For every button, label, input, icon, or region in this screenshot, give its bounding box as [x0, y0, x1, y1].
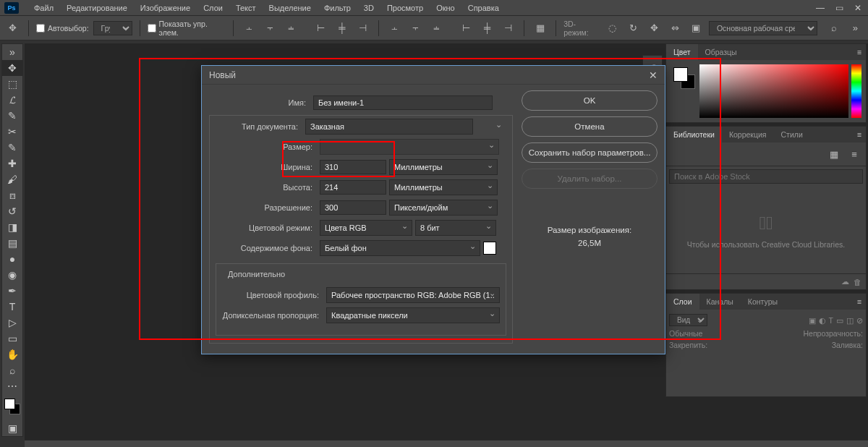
pixel-aspect-select[interactable]: Квадратные пиксели: [326, 307, 500, 323]
bg-color-swatch[interactable]: [483, 242, 496, 255]
stamp-tool[interactable]: ⧈: [2, 187, 22, 203]
save-preset-button[interactable]: Сохранить набор параметров...: [522, 142, 658, 163]
workspace-switcher[interactable]: Основная рабочая среда: [709, 21, 817, 35]
fgbg-mini[interactable]: [671, 64, 697, 118]
align-right-icon[interactable]: ⊣: [354, 20, 371, 37]
dialog-close-icon[interactable]: ✕: [649, 69, 658, 81]
eyedropper-tool[interactable]: ✎: [2, 140, 22, 156]
dodge-tool[interactable]: ◉: [2, 267, 22, 283]
hue-strip[interactable]: [851, 64, 861, 118]
fg-swatch[interactable]: [673, 67, 688, 82]
distribute-bottom-icon[interactable]: ⫨: [428, 20, 445, 37]
cloud-icon[interactable]: ☁: [841, 277, 849, 286]
bit-depth-select[interactable]: 8 бит: [415, 220, 496, 236]
3d-roll-icon[interactable]: ↻: [625, 20, 642, 37]
tab-swatches[interactable]: Образцы: [698, 44, 744, 60]
distribute-top-icon[interactable]: ⫠: [386, 20, 403, 37]
auto-select-target[interactable]: Группа: [93, 21, 132, 35]
panel-menu-icon[interactable]: ≡: [853, 48, 866, 56]
height-input[interactable]: [320, 180, 386, 195]
quick-select-tool[interactable]: ✎: [2, 108, 22, 124]
resolution-input[interactable]: [320, 200, 386, 215]
shape-tool[interactable]: ▭: [2, 331, 22, 346]
move-tool[interactable]: ✥: [2, 60, 22, 76]
auto-align-icon[interactable]: ▦: [532, 20, 548, 37]
marquee-tool[interactable]: ⬚: [2, 76, 22, 92]
profile-select[interactable]: Рабочее пространство RGB: Adobe RGB (1..…: [326, 287, 500, 303]
ok-button[interactable]: OK: [522, 90, 658, 111]
tab-libraries[interactable]: Библиотеки: [666, 127, 722, 142]
trash-icon[interactable]: 🗑: [854, 278, 861, 286]
name-input[interactable]: [313, 95, 493, 110]
align-bottom-icon[interactable]: ⫨: [283, 20, 299, 37]
minimize-icon[interactable]: —: [814, 3, 826, 13]
filter-adjust-icon[interactable]: ◐: [819, 316, 826, 325]
lasso-tool[interactable]: 𝓛: [2, 92, 22, 108]
tab-layers[interactable]: Слои: [666, 294, 699, 310]
menu-filter[interactable]: Фильтр: [318, 4, 357, 12]
distribute-right-icon[interactable]: ⊣: [500, 20, 516, 37]
3d-zoom-icon[interactable]: ▣: [688, 20, 705, 37]
filter-toggle-icon[interactable]: ⊘: [856, 316, 863, 325]
menu-help[interactable]: Справка: [461, 4, 506, 12]
tab-color[interactable]: Цвет: [666, 44, 698, 60]
filter-type-icon[interactable]: T: [829, 316, 833, 325]
filter-smart-icon[interactable]: ◫: [846, 316, 854, 325]
width-input[interactable]: [320, 160, 386, 174]
menu-select[interactable]: Выделение: [263, 4, 318, 12]
crop-tool[interactable]: ✂: [2, 124, 22, 140]
foreground-color-swatch[interactable]: [4, 399, 15, 409]
close-icon[interactable]: ✕: [852, 3, 864, 13]
menu-window[interactable]: Окно: [430, 4, 461, 12]
3d-pan-icon[interactable]: ✥: [646, 20, 663, 37]
saturation-field[interactable]: [699, 64, 848, 118]
chevron-icon[interactable]: »: [2, 44, 22, 60]
edit-toolbar-icon[interactable]: ⋯: [2, 378, 22, 394]
size-select[interactable]: [320, 139, 499, 155]
path-select-tool[interactable]: ▷: [2, 315, 22, 331]
align-top-icon[interactable]: ⫠: [241, 20, 258, 37]
maximize-icon[interactable]: ▭: [833, 3, 845, 13]
auto-select-checkbox[interactable]: Автовыбор:: [36, 24, 89, 33]
menu-file[interactable]: Файл: [27, 4, 60, 12]
gradient-tool[interactable]: ▤: [2, 235, 22, 251]
distribute-left-icon[interactable]: ⊢: [458, 20, 475, 37]
align-hcenter-icon[interactable]: ╪: [333, 20, 350, 37]
type-tool[interactable]: T: [2, 299, 22, 315]
tab-styles[interactable]: Стили: [774, 127, 810, 142]
distribute-hcenter-icon[interactable]: ╪: [479, 20, 495, 37]
menu-edit[interactable]: Редактирование: [60, 4, 134, 12]
3d-orbit-icon[interactable]: ◌: [604, 20, 621, 37]
show-transform-checkbox[interactable]: Показать упр. элем.: [148, 20, 226, 37]
tab-paths[interactable]: Контуры: [741, 294, 785, 310]
align-left-icon[interactable]: ⊢: [312, 20, 329, 37]
width-unit-select[interactable]: Миллиметры: [389, 159, 498, 175]
panel-menu-icon[interactable]: ≡: [853, 297, 866, 306]
screen-mode-icon[interactable]: ▣: [2, 420, 22, 436]
3d-slide-icon[interactable]: ⇔: [667, 20, 684, 37]
panel-menu-icon[interactable]: »: [847, 20, 864, 37]
menu-layer[interactable]: Слои: [197, 4, 229, 12]
move-tool-icon[interactable]: ✥: [4, 20, 21, 37]
list-view-icon[interactable]: ≡: [846, 145, 863, 163]
foreground-background-swatches[interactable]: [2, 397, 22, 420]
resolution-unit-select[interactable]: Пиксели/дюйм: [389, 200, 498, 216]
align-vcenter-icon[interactable]: ⫟: [262, 20, 278, 37]
panel-menu-icon[interactable]: ≡: [853, 130, 866, 139]
cancel-button[interactable]: Отмена: [522, 116, 658, 137]
delete-preset-button[interactable]: Удалить набор...: [522, 169, 658, 189]
brush-tool[interactable]: 🖌: [2, 171, 22, 187]
menu-view[interactable]: Просмотр: [380, 4, 430, 12]
bg-select[interactable]: Белый фон: [320, 240, 480, 256]
grid-view-icon[interactable]: ▦: [825, 145, 843, 163]
height-unit-select[interactable]: Миллиметры: [389, 179, 498, 195]
hand-tool[interactable]: ✋: [2, 346, 22, 362]
layer-filter-select[interactable]: Вид: [669, 314, 707, 326]
menu-type[interactable]: Текст: [229, 4, 263, 12]
tab-adjustments[interactable]: Коррекция: [722, 127, 774, 142]
stock-search-input[interactable]: [669, 169, 863, 184]
menu-image[interactable]: Изображение: [134, 4, 197, 12]
search-icon[interactable]: ⌕: [826, 20, 843, 37]
eraser-tool[interactable]: ◨: [2, 219, 22, 235]
tab-channels[interactable]: Каналы: [699, 294, 741, 310]
